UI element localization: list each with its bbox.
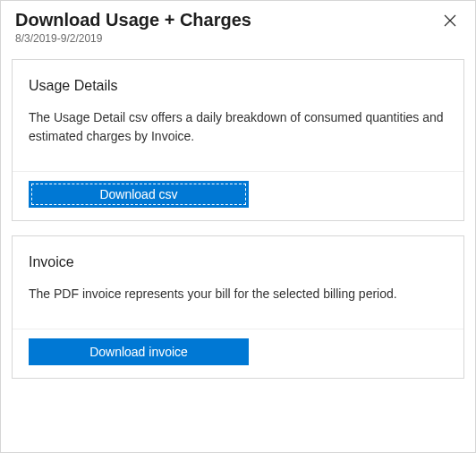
usage-card-description: The Usage Detail csv offers a daily brea…: [29, 108, 447, 146]
usage-card-title: Usage Details: [29, 78, 447, 94]
usage-card-body: Usage Details The Usage Detail csv offer…: [13, 60, 463, 171]
invoice-card-body: Invoice The PDF invoice represents your …: [13, 236, 463, 329]
invoice-card-description: The PDF invoice represents your bill for…: [29, 285, 447, 303]
close-button[interactable]: [439, 10, 461, 31]
usage-card-footer: Download csv: [13, 171, 463, 220]
dialog-content: Usage Details The Usage Detail csv offer…: [1, 48, 475, 404]
header-text-block: Download Usage + Charges 8/3/2019-9/2/20…: [15, 8, 439, 45]
dialog-date-range: 8/3/2019-9/2/2019: [15, 32, 439, 45]
invoice-card-footer: Download invoice: [13, 329, 463, 378]
dialog-title: Download Usage + Charges: [15, 8, 439, 31]
usage-details-card: Usage Details The Usage Detail csv offer…: [12, 59, 464, 221]
invoice-card-title: Invoice: [29, 254, 447, 270]
invoice-card: Invoice The PDF invoice represents your …: [12, 235, 464, 379]
dialog-header: Download Usage + Charges 8/3/2019-9/2/20…: [1, 1, 475, 48]
download-invoice-button[interactable]: Download invoice: [29, 338, 249, 365]
download-csv-button[interactable]: Download csv: [29, 181, 249, 208]
close-icon: [443, 13, 457, 28]
